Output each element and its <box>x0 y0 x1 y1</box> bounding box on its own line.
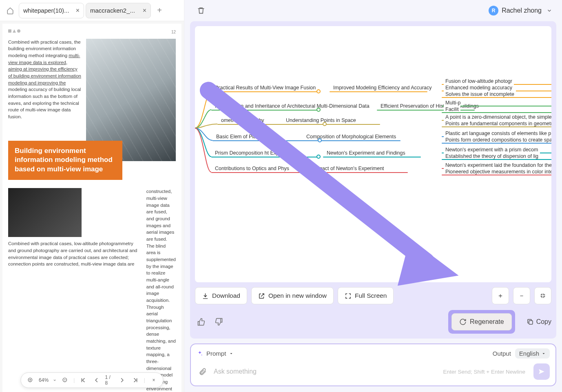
external-link-icon <box>258 292 265 299</box>
mindmap-node[interactable]: Contributions to Optics and Phys <box>213 165 291 172</box>
home-button[interactable] <box>3 4 17 18</box>
zoom-out-button[interactable]: － <box>513 287 530 304</box>
fit-screen-button[interactable] <box>534 287 551 304</box>
chevron-down-icon[interactable] <box>53 378 56 382</box>
send-icon <box>538 368 545 375</box>
button-label: Regenerate <box>470 318 504 326</box>
add-tab-button[interactable]: + <box>153 4 166 18</box>
text-column-left: Combined with practical cases, low-altit… <box>8 240 142 268</box>
zoom-out-button[interactable] <box>60 375 69 385</box>
mindmap-node[interactable]: Practical Results of Multi-View Image Fu… <box>213 84 317 91</box>
sparkle-icon <box>197 350 203 357</box>
input-hint: Enter Send; Shift + Enter Newline <box>443 369 526 375</box>
avatar: R <box>489 6 498 16</box>
response-card: Practical Results of Multi-View Image Fu… <box>190 21 556 339</box>
tab-close-icon[interactable]: × <box>143 7 146 14</box>
mindmap-node[interactable]: ometric Philosophy <box>219 117 266 124</box>
page-1: 12 Combined with practical cases, the bu… <box>2 24 181 392</box>
user-menu[interactable]: R Rachel zhong <box>489 6 552 16</box>
output-label: Output <box>493 350 511 357</box>
tab-bar: whitepaper(10)... × maccracken2_... × + <box>0 0 184 21</box>
zoom-in-button[interactable] <box>26 375 35 385</box>
thumbs-down-button[interactable] <box>213 316 225 328</box>
tab-label: maccracken2_... <box>90 7 139 14</box>
copy-icon <box>527 318 534 326</box>
home-icon <box>7 7 14 14</box>
open-new-window-button[interactable]: Open in new window <box>251 287 334 304</box>
feedback-row: Regenerate Copy <box>195 310 551 334</box>
first-page-button[interactable] <box>79 375 88 385</box>
mindmap-canvas[interactable]: Practical Results of Multi-View Image Fu… <box>195 26 551 282</box>
mindmap-node[interactable]: Prism Decomposition ht Experiment <box>213 149 298 157</box>
mindmap-node[interactable]: Newton's Experiment and Findings <box>325 149 407 157</box>
trash-icon <box>197 7 205 15</box>
thumbs-up-icon <box>197 318 205 326</box>
zoom-level: 64% <box>39 377 49 383</box>
mindmap-node[interactable]: Basic Elem of Plane Space <box>215 133 279 140</box>
last-page-button[interactable] <box>131 375 140 385</box>
paperclip-icon <box>199 368 207 376</box>
next-page-button[interactable] <box>118 375 127 385</box>
prev-page-button[interactable] <box>92 375 101 385</box>
mindmap-action-bar: Download Open in new window Full Screen … <box>195 287 551 304</box>
tab-maccracken[interactable]: maccracken2_... × <box>86 3 151 18</box>
mindmap-node[interactable]: Impact of Newton's Experiment <box>312 165 386 172</box>
mindmap-node[interactable]: Understanding Points in Space <box>284 117 358 124</box>
chevron-down-icon[interactable] <box>229 352 233 356</box>
collapse-icon <box>540 292 546 299</box>
page-title-box: Building environment information modelin… <box>8 141 122 180</box>
tab-close-icon[interactable]: × <box>76 7 80 14</box>
tab-whitepaper[interactable]: whitepaper(10)... × <box>19 3 84 18</box>
secondary-image <box>8 188 82 237</box>
user-name: Rachel zhong <box>502 7 542 14</box>
prompt-input[interactable] <box>214 368 438 375</box>
chevron-down-icon <box>547 8 552 13</box>
prompt-bar: Prompt Output English Enter Send; Shift … <box>190 343 556 386</box>
doc-toolbar: 64% | 1 / 8 | × <box>20 372 164 388</box>
full-screen-button[interactable]: Full Screen <box>338 287 394 304</box>
refresh-icon <box>459 318 467 326</box>
text-column-right: constructed, multi-view image data are f… <box>146 188 176 392</box>
button-label: Copy <box>536 318 551 326</box>
text: modeling accuracy of building local info… <box>8 87 81 119</box>
tab-label: whitepaper(10)... <box>23 7 73 14</box>
page-number: 12 <box>171 29 176 35</box>
close-toolbar-button[interactable]: × <box>149 375 158 385</box>
language-selector[interactable]: English <box>515 348 550 359</box>
document-viewer[interactable]: 12 Combined with practical cases, the bu… <box>0 21 184 392</box>
mindmap-node[interactable]: Preservation and Inheritance of Architec… <box>213 102 371 110</box>
download-button[interactable]: Download <box>195 287 247 304</box>
attach-button[interactable] <box>197 365 209 378</box>
button-label: Open in new window <box>268 292 327 299</box>
page-header-shapes <box>8 29 20 35</box>
expand-icon <box>345 292 352 299</box>
delete-button[interactable] <box>194 4 208 18</box>
svg-rect-8 <box>529 321 533 324</box>
regenerate-highlight: Regenerate <box>448 310 515 334</box>
button-label: Download <box>212 292 240 299</box>
page-indicator: 1 / 8 <box>105 374 113 386</box>
chevron-down-icon <box>542 352 546 356</box>
language-value: English <box>519 350 539 357</box>
thumbs-up-button[interactable] <box>195 316 207 328</box>
prompt-label[interactable]: Prompt <box>206 350 226 357</box>
download-icon <box>202 292 209 299</box>
thumbs-down-icon <box>215 318 223 326</box>
copy-button[interactable]: Copy <box>527 318 551 326</box>
send-button[interactable] <box>533 363 550 380</box>
mindmap-node[interactable]: Improved Modeling Efficiency and Accurac… <box>332 84 434 91</box>
zoom-in-button[interactable]: ＋ <box>492 287 509 304</box>
button-label: Full Screen <box>355 292 387 299</box>
regenerate-button[interactable]: Regenerate <box>451 313 512 330</box>
